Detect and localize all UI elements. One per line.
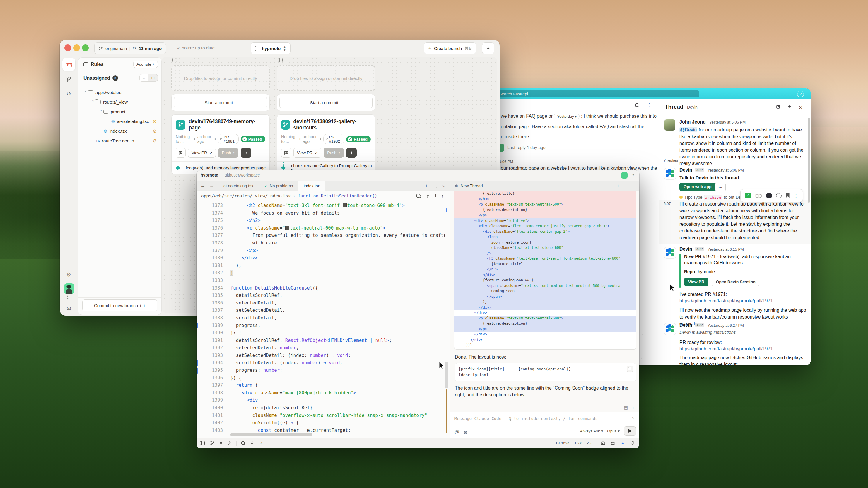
bell-icon[interactable] [630, 441, 635, 446]
card-menu-icon[interactable]: ⋯ [260, 150, 265, 156]
ai-commit-icon-button[interactable] [346, 148, 357, 158]
collapse-lane-icon[interactable] [278, 58, 283, 62]
agent-panel-header[interactable]: ∗ New Thread + ≡ ⋯ [451, 181, 639, 191]
tree-item-routes-view[interactable]: ›routes/_view [82, 97, 161, 107]
message-timestamp[interactable]: Yesterday at 6:06 PM [708, 168, 744, 172]
rail-workbench-icon[interactable] [62, 58, 75, 71]
add-context-icon[interactable]: ⊕ [463, 429, 467, 435]
tab-index-tsx[interactable]: index.tsx [299, 181, 326, 191]
code-line[interactable]: 1390}: { [196, 329, 445, 337]
code-line[interactable]: 1403 const container = e.currentTarget; [196, 427, 445, 434]
collab-avatar[interactable] [621, 172, 627, 178]
rail-branches-icon[interactable] [62, 73, 75, 86]
add-reaction-icon[interactable] [776, 193, 782, 198]
popout-icon[interactable] [775, 104, 782, 111]
agent-conversation[interactable]: {feature.title} </h3> <p className="text… [451, 191, 639, 412]
add-rule-button[interactable]: Add rule + [133, 61, 158, 68]
code-line[interactable]: 1384function DetailsMobileCarousel({ [196, 285, 445, 292]
code-line[interactable]: 1392 selectedDetail: number; [196, 344, 445, 352]
horizontal-scrollbar-thumb[interactable] [230, 433, 312, 436]
list-view-icon[interactable]: ≡ [140, 74, 148, 82]
buffer-search-icon[interactable] [416, 194, 421, 198]
code-line[interactable]: 1389 progress, [196, 322, 445, 330]
tab-ai-notetaking[interactable]: ai-notetaking.tsx [218, 181, 259, 191]
tree-item-product[interactable]: ›product [82, 107, 161, 117]
close-icon[interactable]: × [797, 104, 804, 111]
code-line[interactable]: 1386 selectedDetail, [196, 299, 445, 307]
collapse-lane-icon[interactable] [173, 58, 177, 62]
start-commit-button[interactable]: Start a commit... [174, 97, 267, 108]
card-menu-icon[interactable]: ⋯ [366, 150, 371, 156]
ai-commit-icon-button[interactable] [241, 148, 251, 158]
message-timestamp[interactable]: Yesterday at 6:27 PM [708, 323, 744, 328]
notifications-bell-icon[interactable] [634, 102, 640, 109]
pr-chip[interactable]: PR #1982 [323, 134, 344, 144]
editor-scrollbar-thumb[interactable] [445, 362, 448, 388]
ai-assistant-icon[interactable] [621, 441, 625, 446]
ci-passed-badge[interactable]: ✓Passed [346, 136, 371, 142]
terminal-icon[interactable] [601, 441, 605, 446]
editor-titlebar[interactable]: hyprnote gitbutler/workspace ▾ [196, 170, 639, 181]
drop-zone[interactable]: Drop files to assign or commit directly [277, 65, 375, 91]
code-line[interactable]: 1381 ); [196, 262, 445, 270]
devin-reaction-icon[interactable] [766, 193, 772, 198]
debug-icon[interactable] [611, 441, 615, 446]
message-timestamp[interactable]: Yesterday at 6:06 PM [709, 120, 746, 124]
code-line[interactable]: 1397 return ( [196, 382, 445, 389]
rail-feedback-icon[interactable]: ✉ [62, 302, 75, 315]
drag-handle[interactable]: ⋯⋯ [217, 58, 224, 64]
comment-icon-button[interactable] [176, 148, 186, 158]
thread-history-icon[interactable]: ≡ [624, 183, 627, 189]
agent-menu-icon[interactable]: ⋯ [631, 183, 636, 189]
quick-actions-icon[interactable] [250, 441, 254, 445]
agent-thread-title[interactable]: New Thread [458, 184, 483, 188]
code-line[interactable]: 1380 </div> [196, 254, 445, 262]
user-avatar[interactable] [64, 283, 74, 294]
workspace-branch[interactable]: gitbutler/workspace [225, 173, 260, 177]
kebab-menu-icon[interactable]: ⋮ [647, 102, 652, 108]
zoom-window-button[interactable] [82, 44, 89, 51]
code-line[interactable]: 1402 onScroll={(e) ⇒ { [196, 419, 445, 427]
pr-link[interactable]: https://github.com/fastrepl/hyprnote/pul… [679, 297, 773, 304]
branch-card[interactable]: devin/1764380749-memory-page Nothing to … [171, 115, 270, 174]
branch-name[interactable]: devin/1764380912-gallery-shortcuts [293, 119, 371, 131]
nav-forward-icon[interactable]: → [208, 181, 218, 191]
slack-search-input[interactable]: Search Fastrepl [496, 91, 699, 97]
language-mode[interactable]: TSX [574, 441, 582, 445]
branch-name[interactable]: devin/1764380749-memory-page [189, 119, 265, 131]
code-line[interactable]: 1394 scrollToDetail: (index: number) ⇒ v… [196, 359, 445, 367]
code-line[interactable]: 1387 setSelectedDetail, [196, 307, 445, 315]
minimize-window-button[interactable] [73, 44, 80, 51]
tree-item-index-tsx[interactable]: ⊛index.tsx⊘ [82, 126, 161, 136]
code-line[interactable]: 1377 From powerful editing to seamless o… [196, 232, 445, 239]
start-commit-button[interactable]: Start a commit... [279, 97, 372, 108]
mention-devin[interactable]: @Devin [679, 127, 697, 132]
more-button[interactable]: ⋯ [715, 183, 726, 191]
expand-icon[interactable]: ↔ [441, 183, 447, 189]
titlebar-chevron-icon[interactable]: ▾ [632, 173, 634, 177]
view-pr-button[interactable]: View PR ↗ [188, 148, 216, 158]
drag-handle[interactable]: ⋯⋯ [322, 58, 330, 64]
code-line[interactable]: 1376 <p className="text-neutral-600 max-… [196, 225, 445, 232]
project-panel-icon[interactable] [200, 441, 205, 445]
close-window-button[interactable] [64, 44, 71, 51]
model-dropdown[interactable]: Opus ▾ [607, 429, 620, 433]
code-line[interactable]: 1395 progress: number; [196, 367, 445, 375]
push-button[interactable]: Push ↑ [218, 148, 238, 158]
thread-message[interactable]: 6:07 I'll create a responsive roadmap pa… [659, 200, 811, 244]
tree-item-ai-notetaking-tsx[interactable]: ⊛ai-notetaking.tsx⊘ [82, 117, 161, 126]
message-author[interactable]: John Jeong [679, 120, 706, 124]
rail-history-icon[interactable]: ↺ [62, 87, 75, 100]
code-line[interactable]: 1391 detailsScrollRef: React.RefObject<H… [196, 337, 445, 345]
code-line[interactable]: 1388 scrollToDetail, [196, 315, 445, 322]
avatar-switcher-chevrons[interactable]: ▲▼ [66, 295, 69, 300]
code-line[interactable]: 1379 </p> [196, 247, 445, 255]
cursor-position[interactable]: 1370:34 [555, 441, 569, 445]
code-line[interactable]: 1378 with care [196, 239, 445, 247]
tree-view-icon[interactable]: ⊟ [148, 74, 158, 82]
rail-settings-icon[interactable]: ⚙ [62, 268, 75, 281]
search-icon[interactable] [241, 441, 245, 445]
new-tab-icon[interactable]: + [425, 183, 428, 189]
code-line[interactable]: 1375 </h2> [196, 217, 445, 225]
expand-composer-icon[interactable]: ↔ [631, 415, 637, 421]
